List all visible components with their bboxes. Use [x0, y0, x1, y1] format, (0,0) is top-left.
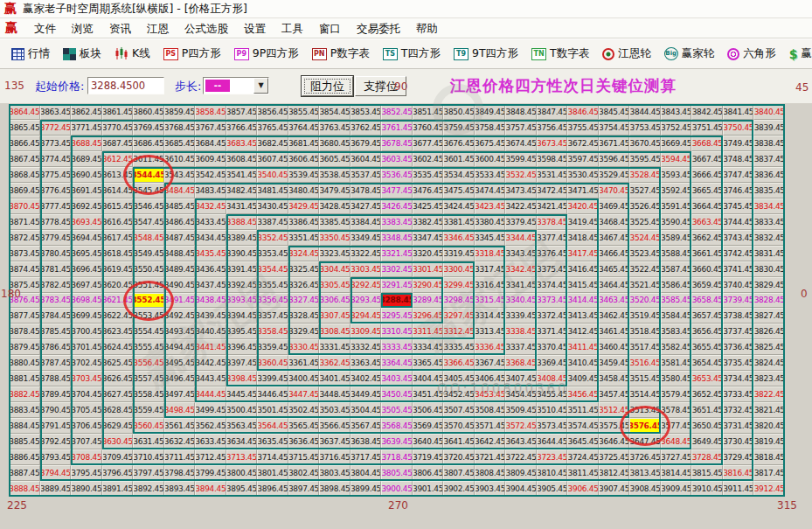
grid-cell: 3326.45: [288, 277, 320, 293]
grid-cell: 3866.45: [9, 136, 40, 151]
grid-cell: 3863.45: [40, 104, 72, 120]
grid-cell: 3552.45: [133, 293, 164, 309]
grid-cell: 3434.45: [195, 230, 226, 246]
start-price-input[interactable]: [87, 77, 164, 94]
menu-item-文件[interactable]: 文件: [26, 20, 64, 37]
grid-cell: 3449.45: [350, 386, 382, 402]
grid-cell: 3789.45: [40, 386, 72, 402]
grid-cell: 3506.45: [413, 402, 444, 418]
grid-cell: 3509.45: [505, 402, 537, 418]
grid-cell: 3306.45: [319, 293, 350, 309]
toolbar-button-winner-service[interactable]: $赢家服务: [787, 45, 812, 63]
grid-cell: 3770.45: [102, 120, 134, 136]
grid-cell: 3446.45: [257, 386, 288, 402]
grid-cell: 3823.45: [753, 371, 785, 386]
toolbar-button-p-square[interactable]: PSP四方形: [161, 45, 224, 63]
toolbar-button-sectors[interactable]: 板块: [60, 45, 104, 63]
toolbar-button-t-square[interactable]: TST四方形: [380, 45, 443, 63]
toolbar-label: 江恩轮: [618, 46, 651, 61]
grid-cell: 3750.45: [723, 120, 754, 136]
menu-item-浏览[interactable]: 浏览: [64, 20, 101, 37]
control-row: 135 起始价格: 步长: -- ▼ 阻力位 支撑位 90 江恩价格四方性次日关…: [0, 69, 812, 103]
grid-cell: 3502.45: [288, 402, 320, 418]
grid-cell: 3299.45: [443, 277, 475, 293]
grid-cell: 3767.45: [195, 120, 226, 136]
grid-cell: 3905.45: [537, 481, 568, 497]
grid-cell: 3898.45: [319, 481, 350, 497]
grid-cell: 3315.45: [475, 293, 506, 309]
menu-item-公式选股[interactable]: 公式选股: [177, 20, 236, 37]
grid-cell: 3468.45: [599, 214, 630, 230]
grid-cell: 3687.45: [102, 136, 134, 151]
grid-cell: 3870.45: [9, 198, 40, 214]
step-dropdown[interactable]: -- ▼: [203, 77, 269, 94]
menu-item-窗口[interactable]: 窗口: [311, 20, 349, 37]
grid-cell: 3777.45: [40, 198, 72, 214]
grid-cell: 3628.45: [102, 402, 134, 418]
grid-cell: 3857.45: [226, 104, 258, 120]
grid-cell: 3551.45: [133, 277, 164, 293]
grid-cell: 3661.45: [691, 246, 723, 261]
grid-cell: 3392.45: [226, 277, 258, 293]
grid-cell: 3398.45: [226, 371, 258, 386]
toolbar-button-winner-wheel[interactable]: Big赢家轮: [662, 45, 718, 63]
grid-cell: 3785.45: [40, 324, 72, 339]
grid-cell: 3693.45: [71, 214, 102, 230]
menu-item-帮助[interactable]: 帮助: [408, 20, 446, 37]
grid-cell: 3843.45: [661, 104, 692, 120]
grid-cell: 3325.45: [288, 261, 320, 277]
grid-cell: 3335.45: [443, 339, 475, 355]
grid-cell: 3748.45: [723, 151, 754, 167]
grid-cell: 3867.45: [9, 151, 40, 167]
grid-cell: 3667.45: [691, 151, 723, 167]
grid-cell: 3691.45: [71, 183, 102, 198]
grid-cell: 3411.45: [567, 339, 599, 355]
grid-cell: 3824.45: [753, 355, 785, 371]
grid-cell: 3327.45: [288, 293, 320, 309]
menu-item-资讯[interactable]: 资讯: [101, 20, 139, 37]
grid-cell: 3384.45: [350, 214, 382, 230]
toolbar-button-gann-wheel[interactable]: 江恩轮: [600, 45, 654, 63]
grid-cell: 3627.45: [102, 386, 134, 402]
grid-cell: 3760.45: [413, 120, 444, 136]
grid-cell: 3352.45: [257, 230, 288, 246]
grid-cell: 3513.45: [629, 402, 661, 418]
toolbar-label: K线: [132, 46, 150, 61]
grid-cell: 3573.45: [537, 418, 568, 434]
grid-cell: 3566.45: [319, 418, 350, 434]
toolbar-button-p-number-table[interactable]: PNP数字表: [309, 45, 372, 63]
grid-cell: 3762.45: [350, 120, 382, 136]
grid-cell: 3825.45: [753, 339, 785, 355]
grid-cell: 3410.45: [567, 355, 599, 371]
grid-cell: 3771.45: [71, 120, 102, 136]
toolbar-button-t-number-table[interactable]: TNT数字表: [529, 45, 592, 63]
grid-cell: 3382.45: [413, 214, 444, 230]
grid-cell: 3459.45: [599, 355, 630, 371]
grid-cell: 3477.45: [381, 183, 413, 198]
grid-cell: 3372.45: [537, 308, 568, 324]
grid-cell: 3724.45: [567, 449, 599, 465]
resistance-button[interactable]: 阻力位: [302, 76, 353, 96]
toolbar-button-9p-square[interactable]: P99P四方形: [232, 45, 302, 63]
grid-cell: 3391.45: [226, 261, 258, 277]
grid-cell: 3337.45: [505, 339, 537, 355]
grid-cell: 3882.45: [9, 386, 40, 402]
grid-cell: 3740.45: [723, 277, 754, 293]
grid-cell: 3361.45: [288, 355, 320, 371]
toolbar-button-hexagon[interactable]: 六角形: [725, 45, 779, 63]
toolbar-button-9t-square[interactable]: T99T四方形: [451, 45, 521, 63]
grid-cell: 3892.45: [133, 481, 164, 497]
grid-cell: 3304.45: [319, 261, 350, 277]
step-selected-swatch: --: [205, 80, 230, 92]
menu-item-设置[interactable]: 设置: [236, 20, 274, 37]
toolbar-button-kline[interactable]: K线: [112, 45, 153, 63]
chevron-down-icon[interactable]: ▼: [253, 78, 268, 94]
menu-items: 文件浏览资讯江恩公式选股设置工具窗口交易委托帮助: [26, 19, 446, 37]
grid-cell: 3859.45: [164, 104, 196, 120]
menu-item-江恩[interactable]: 江恩: [139, 20, 177, 37]
grid-cell: 3365.45: [413, 355, 444, 371]
menu-item-工具[interactable]: 工具: [274, 20, 311, 37]
toolbar-button-market-quotes[interactable]: 行情: [9, 45, 52, 63]
menu-item-交易委托[interactable]: 交易委托: [349, 20, 408, 37]
grid-cell: 3646.45: [599, 434, 630, 449]
